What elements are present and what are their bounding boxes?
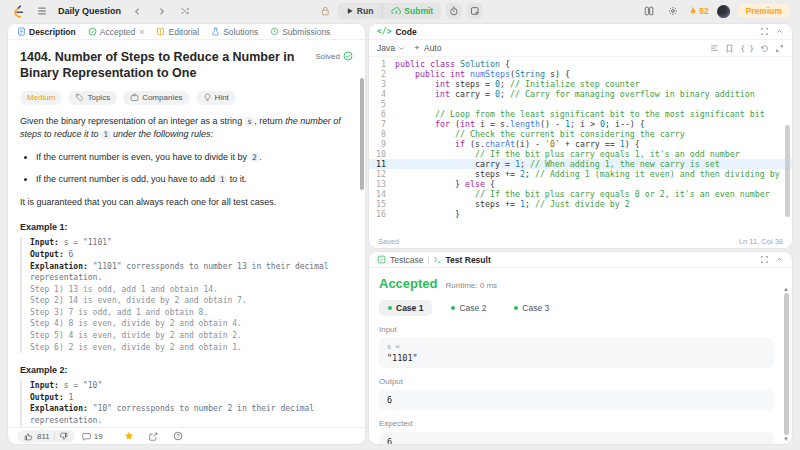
tab-submissions[interactable]: Submissions: [265, 24, 335, 40]
code-line[interactable]: 9 if (s.charAt(i) - '0' + carry == 1) {: [369, 139, 792, 149]
settings-gear-icon[interactable]: [665, 3, 681, 19]
reset-code-icon[interactable]: [760, 44, 769, 53]
maximize-icon[interactable]: [760, 27, 769, 36]
scroll-up-icon[interactable]: ▲: [783, 286, 789, 292]
comment-icon: [82, 432, 91, 441]
question-icon: ?: [173, 431, 183, 441]
solved-label: Solved: [316, 52, 340, 61]
code-line[interactable]: 14 // If the bit plus carry equals 0 or …: [369, 189, 792, 199]
solved-badge: Solved: [316, 51, 353, 61]
case-tab-3[interactable]: Case 3: [505, 300, 558, 316]
code-line[interactable]: 7 for (int i = s.length() - 1; i > 0; i-…: [369, 119, 792, 129]
likes-count: 811: [37, 432, 50, 441]
thumbs-down-icon[interactable]: [59, 432, 68, 441]
input-value: "1101": [387, 353, 766, 363]
companies-pill[interactable]: Companies: [123, 91, 189, 105]
tab-editorial[interactable]: Editorial: [151, 24, 204, 40]
code-panel-title: Code: [395, 27, 416, 37]
code-line[interactable]: 8 // Check the current bit considering t…: [369, 129, 792, 139]
solved-check-icon: [343, 51, 353, 61]
share-button[interactable]: [149, 432, 158, 441]
topics-pill[interactable]: Topics: [68, 91, 117, 105]
comments-button[interactable]: 19: [82, 432, 103, 441]
code-line[interactable]: 5: [369, 99, 792, 109]
nav-label[interactable]: Daily Question: [58, 6, 121, 16]
difficulty-badge[interactable]: Medium: [20, 91, 62, 105]
tab-accepted[interactable]: Accepted×: [83, 24, 150, 40]
next-question-icon[interactable]: [153, 3, 169, 19]
snippets-icon[interactable]: { }: [740, 44, 754, 53]
code-line[interactable]: 4 int carry = 0; // Carry for managing o…: [369, 89, 792, 99]
notes-icon[interactable]: [467, 3, 483, 19]
terminal-icon: [433, 255, 442, 264]
debug-lock-icon[interactable]: [317, 3, 333, 19]
guarantee-text: It is guaranteed that you can always rea…: [20, 196, 353, 210]
input-box[interactable]: s = "1101": [379, 338, 774, 368]
submit-button[interactable]: Submit: [382, 3, 441, 19]
line-number: 3: [369, 79, 395, 89]
case-tab-2[interactable]: Case 2: [442, 300, 495, 316]
meta-row: MediumTopicsCompaniesHint: [20, 91, 353, 105]
code-line[interactable]: 11 carry = 1; // When adding 1, the new …: [369, 159, 792, 169]
timer-icon[interactable]: [446, 3, 462, 19]
auto-toggle[interactable]: Auto: [413, 43, 442, 53]
editor-scrollbar[interactable]: [785, 125, 790, 217]
code-line[interactable]: 2 public int numSteps(String s) {: [369, 69, 792, 79]
format-code-icon[interactable]: [710, 44, 719, 53]
code-line[interactable]: 12 steps += 2; // Adding 1 (making it ev…: [369, 169, 792, 179]
code-line[interactable]: 3 int steps = 0; // Initialize step coun…: [369, 79, 792, 89]
cursor-position: Ln 11, Col 38: [739, 237, 783, 246]
test-result-content: Accepted Runtime: 0 ms Case 1Case 2Case …: [369, 268, 792, 444]
code-editor[interactable]: 1public class Solution {2 public int num…: [369, 57, 792, 234]
favorite-button[interactable]: [124, 431, 134, 441]
expected-box[interactable]: 6: [379, 432, 774, 444]
leetcode-logo[interactable]: [10, 3, 26, 19]
thumbs-up-icon[interactable]: [24, 432, 33, 441]
line-number: 2: [369, 69, 395, 79]
output-box[interactable]: 6: [379, 390, 774, 410]
description-scrollbar[interactable]: [360, 78, 364, 190]
avatar[interactable]: [717, 5, 730, 18]
language-selector[interactable]: Java: [377, 43, 405, 53]
bookmark-icon[interactable]: [725, 44, 734, 53]
code-line[interactable]: 10 // If the bit plus carry equals 1, it…: [369, 149, 792, 159]
code-line[interactable]: 6 // Loop from the least significant bit…: [369, 109, 792, 119]
collapse-chevron-icon[interactable]: [775, 255, 784, 264]
code-line[interactable]: 13 } else {: [369, 179, 792, 189]
premium-button[interactable]: Premium: [738, 4, 790, 18]
hint-pill[interactable]: Hint: [196, 91, 236, 105]
tab-description[interactable]: Description: [12, 24, 81, 40]
close-tab-icon[interactable]: ×: [139, 27, 144, 37]
tab-testcase[interactable]: Testcase: [390, 255, 424, 265]
streak-counter[interactable]: 52: [689, 6, 708, 16]
collapse-chevron-icon[interactable]: [775, 27, 784, 36]
maximize-icon[interactable]: [760, 255, 769, 264]
star-icon: [124, 431, 134, 441]
fullscreen-icon[interactable]: [775, 44, 784, 53]
feedback-button[interactable]: ?: [173, 431, 183, 441]
scroll-down-icon[interactable]: ▼: [783, 436, 789, 442]
problem-statement: Given the binary representation of an in…: [20, 115, 353, 143]
rule-item: If the current number is odd, you have t…: [36, 173, 353, 187]
run-submit-cluster: Run Submit: [317, 0, 483, 22]
random-question-icon[interactable]: [177, 3, 193, 19]
code-line[interactable]: 1public class Solution {: [369, 59, 792, 69]
rule-item: If the current number is even, you have …: [36, 151, 353, 165]
case-tab-1[interactable]: Case 1: [379, 300, 432, 316]
test-scrollbar[interactable]: ▲ ▼: [782, 286, 790, 442]
solutions-icon: [211, 27, 220, 36]
tab-test-result[interactable]: Test Result: [446, 255, 491, 265]
example-block: Input: s = "1101"Output: 6Explanation: "…: [20, 237, 353, 353]
code-icon: </>: [377, 27, 391, 36]
code-line[interactable]: 16 }: [369, 209, 792, 219]
bulb-icon: [203, 93, 212, 102]
flame-icon: [689, 6, 697, 16]
prev-question-icon[interactable]: [129, 3, 145, 19]
run-button[interactable]: Run: [338, 3, 383, 19]
tab-solutions[interactable]: Solutions: [206, 24, 263, 40]
accepted-tab-icon: [88, 27, 97, 36]
play-icon: [346, 7, 354, 15]
code-line[interactable]: 15 steps += 1; // Just divide by 2: [369, 199, 792, 209]
problem-list-icon[interactable]: [34, 3, 50, 19]
layout-icon[interactable]: [641, 3, 657, 19]
